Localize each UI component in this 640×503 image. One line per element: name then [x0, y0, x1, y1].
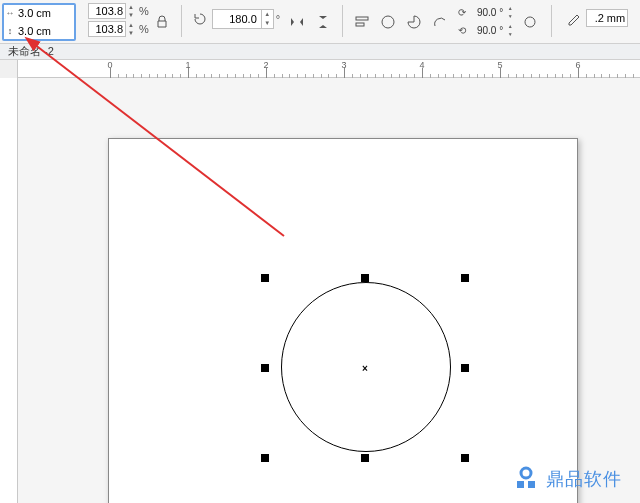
end-angle-icon: ⟲: [455, 25, 469, 36]
start-angle-value[interactable]: 90.0 °: [469, 7, 503, 18]
canvas-area[interactable]: ×: [18, 78, 640, 503]
swap-icon: [522, 14, 538, 30]
resize-handle-tm[interactable]: [361, 274, 369, 282]
rotation-input[interactable]: [213, 10, 261, 28]
vertical-ruler[interactable]: [0, 78, 18, 503]
swap-direction-button[interactable]: [519, 11, 541, 33]
height-icon: ↕: [4, 23, 16, 39]
resize-handle-mr[interactable]: [461, 364, 469, 372]
svg-rect-1: [356, 23, 364, 26]
lock-ratio-button[interactable]: [151, 11, 173, 33]
resize-handle-br[interactable]: [461, 454, 469, 462]
arc-icon: [432, 14, 448, 30]
outline-width-group: [566, 9, 628, 27]
arc-angles-group: ⟳ 90.0 ° ▲▼ ⟲ 90.0 ° ▲▼: [455, 3, 515, 39]
mirror-vertical-button[interactable]: [312, 11, 334, 33]
document-tabs: 未命名 -2: [0, 44, 640, 60]
ellipse-icon: [380, 14, 396, 30]
spinner-icon[interactable]: ▲▼: [126, 21, 136, 37]
ruler-corner: [0, 60, 18, 78]
percent-label: %: [139, 23, 149, 35]
resize-handle-bl[interactable]: [261, 454, 269, 462]
rotation-group: ▲▼ °: [192, 9, 280, 29]
resize-handle-tr[interactable]: [461, 274, 469, 282]
ellipse-tool-button[interactable]: [377, 11, 399, 33]
arc-tool-button[interactable]: [429, 11, 451, 33]
mirror-horizontal-button[interactable]: [286, 11, 308, 33]
spinner-icon[interactable]: ▲▼: [505, 22, 515, 38]
resize-handle-tl[interactable]: [261, 274, 269, 282]
document-tab[interactable]: 未命名 -2: [0, 44, 62, 59]
svg-rect-6: [528, 481, 535, 488]
resize-handle-bm[interactable]: [361, 454, 369, 462]
workspace: ×: [0, 78, 640, 503]
pen-icon: [566, 10, 582, 26]
end-angle-value[interactable]: 90.0 °: [469, 25, 503, 36]
svg-point-2: [382, 16, 394, 28]
spinner-icon[interactable]: ▲▼: [126, 3, 136, 19]
svg-point-4: [521, 468, 531, 478]
property-toolbar: ↔ ↕ ▲▼ % ▲▼ % ▲▼ °: [0, 0, 640, 44]
watermark-text: 鼎品软件: [546, 467, 622, 491]
lock-icon: [154, 14, 170, 30]
width-input[interactable]: [16, 5, 74, 21]
start-angle-icon: ⟳: [455, 7, 469, 18]
scale-group: ▲▼ % ▲▼ %: [88, 3, 149, 37]
horizontal-ruler[interactable]: 01234567: [0, 60, 640, 78]
separator: [342, 5, 343, 37]
width-icon: ↔: [4, 5, 16, 21]
height-input[interactable]: [16, 23, 74, 39]
svg-rect-5: [517, 481, 524, 488]
outline-width-input[interactable]: [586, 9, 628, 27]
align-icon: [354, 14, 370, 30]
watermark-logo-icon: [512, 465, 540, 493]
selection-center-marker: ×: [362, 363, 368, 374]
separator: [551, 5, 552, 37]
svg-rect-0: [356, 17, 368, 20]
pie-tool-button[interactable]: [403, 11, 425, 33]
rotation-spinner[interactable]: ▲▼: [261, 10, 273, 28]
watermark: 鼎品软件: [512, 465, 622, 493]
mirror-v-icon: [315, 14, 331, 30]
align-button[interactable]: [351, 11, 373, 33]
scale-x-input[interactable]: [88, 3, 126, 19]
pie-icon: [406, 14, 422, 30]
mirror-h-icon: [289, 14, 305, 30]
scale-y-input[interactable]: [88, 21, 126, 37]
spinner-icon[interactable]: ▲▼: [505, 4, 515, 20]
object-size-group: ↔ ↕: [2, 3, 76, 41]
resize-handle-ml[interactable]: [261, 364, 269, 372]
rotate-icon: [192, 11, 208, 27]
separator: [181, 5, 182, 37]
selection-bounding-box[interactable]: ×: [265, 278, 465, 458]
percent-label: %: [139, 5, 149, 17]
degree-label: °: [276, 13, 280, 25]
